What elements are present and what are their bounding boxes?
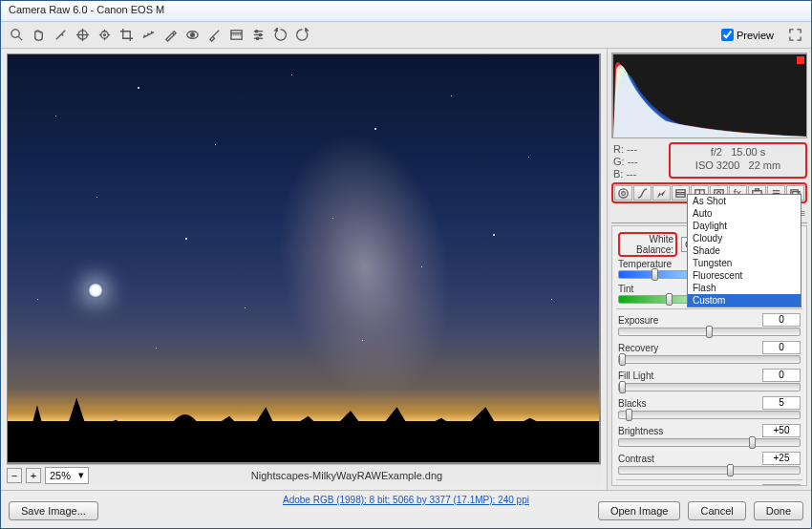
main-area: − + 25% ▾ Nightscapes-MilkyWayRAWExample… bbox=[1, 49, 811, 490]
temperature-thumb[interactable] bbox=[652, 268, 658, 281]
recovery-thumb[interactable] bbox=[619, 353, 626, 366]
straighten-tool-icon[interactable] bbox=[139, 25, 159, 45]
white-balance-option[interactable]: Daylight bbox=[688, 220, 801, 232]
camera-raw-window: Camera Raw 6.0 - Canon EOS M Preview bbox=[0, 0, 812, 529]
fill-slider: Fill Light0 bbox=[618, 369, 801, 391]
brightness-thumb[interactable] bbox=[749, 436, 756, 449]
white-balance-option[interactable]: As Shot bbox=[688, 195, 801, 207]
svg-line-13 bbox=[148, 33, 149, 35]
spot-removal-icon[interactable] bbox=[160, 25, 181, 45]
zoom-bar: − + 25% ▾ Nightscapes-MilkyWayRAWExample… bbox=[7, 464, 601, 485]
svg-point-25 bbox=[256, 37, 258, 39]
exposure-slider: Exposure0 bbox=[618, 313, 801, 336]
brightness-slider: Brightness+50 bbox=[618, 424, 801, 447]
preview-pane: − + 25% ▾ Nightscapes-MilkyWayRAWExample… bbox=[1, 49, 607, 490]
tint-label: Tint bbox=[618, 284, 633, 294]
clarity-slider: Clarity0 bbox=[618, 484, 801, 486]
exposure-thumb[interactable] bbox=[706, 326, 713, 338]
cancel-button[interactable]: Cancel bbox=[688, 501, 745, 520]
tint-thumb[interactable] bbox=[666, 293, 673, 306]
white-balance-options: As ShotAutoDaylightCloudyShadeTungstenFl… bbox=[687, 194, 801, 307]
preview-checkbox[interactable]: Preview bbox=[721, 29, 774, 41]
red-eye-icon[interactable] bbox=[182, 25, 203, 45]
svg-point-27 bbox=[622, 191, 626, 195]
white-balance-option[interactable]: Shade bbox=[688, 244, 801, 257]
white-balance-option[interactable]: Cloudy bbox=[688, 232, 801, 244]
recovery-value[interactable]: 0 bbox=[762, 341, 801, 354]
fill-thumb[interactable] bbox=[619, 381, 626, 393]
svg-point-6 bbox=[104, 34, 106, 36]
zoom-in-button[interactable]: + bbox=[26, 468, 41, 483]
blacks-track[interactable] bbox=[618, 411, 801, 419]
preferences-icon[interactable] bbox=[248, 25, 268, 45]
targeted-adjust-icon[interactable] bbox=[95, 25, 115, 45]
blacks-slider: Blacks5 bbox=[618, 396, 801, 419]
brightness-track[interactable] bbox=[618, 438, 801, 447]
fill-track[interactable] bbox=[618, 383, 801, 391]
recovery-label: Recovery bbox=[618, 343, 658, 353]
rotate-cw-icon[interactable] bbox=[292, 25, 312, 45]
contrast-label: Contrast bbox=[618, 454, 654, 464]
clarity-label: Clarity bbox=[618, 486, 645, 487]
fill-label: Fill Light bbox=[618, 370, 653, 381]
recovery-slider: Recovery0 bbox=[618, 341, 801, 364]
camera-settings-box: f/2 15.00 s ISO 3200 22 mm bbox=[669, 142, 807, 179]
exposure-track[interactable] bbox=[618, 328, 801, 336]
filename-label: Nightscapes-MilkyWayRAWExample.dng bbox=[93, 470, 601, 481]
tab-basic-icon[interactable] bbox=[614, 185, 632, 201]
temperature-label: Temperature bbox=[618, 259, 672, 269]
brightness-value[interactable]: +50 bbox=[762, 424, 801, 437]
open-image-button[interactable]: Open Image bbox=[598, 501, 681, 520]
titlebar: Camera Raw 6.0 - Canon EOS M bbox=[1, 1, 811, 22]
zoom-out-button[interactable]: − bbox=[7, 468, 22, 483]
tab-detail-icon[interactable] bbox=[652, 185, 671, 201]
svg-point-0 bbox=[11, 30, 19, 37]
svg-point-16 bbox=[191, 33, 195, 37]
contrast-value[interactable]: +25 bbox=[762, 452, 801, 465]
hand-tool-icon[interactable] bbox=[29, 25, 49, 45]
save-image-button[interactable]: Save Image... bbox=[9, 501, 98, 520]
svg-line-14 bbox=[151, 32, 152, 33]
white-balance-label: White Balance: bbox=[618, 232, 677, 257]
exposure-value[interactable]: 0 bbox=[762, 313, 801, 327]
color-sampler-icon[interactable] bbox=[73, 25, 93, 45]
white-balance-option[interactable]: Custom bbox=[688, 294, 801, 307]
blacks-thumb[interactable] bbox=[626, 409, 632, 421]
white-balance-option[interactable]: Fluorescent bbox=[688, 269, 801, 282]
svg-point-24 bbox=[259, 33, 261, 35]
blacks-value[interactable]: 5 bbox=[762, 396, 801, 410]
graduated-filter-icon[interactable] bbox=[226, 25, 246, 45]
zoom-tool-icon[interactable] bbox=[7, 25, 27, 45]
image-preview[interactable] bbox=[7, 53, 601, 464]
exif-meta: R: --- G: --- B: --- f/2 15.00 s ISO 320… bbox=[611, 142, 807, 179]
white-balance-tool-icon[interactable] bbox=[51, 25, 71, 45]
side-panel: R: --- G: --- B: --- f/2 15.00 s ISO 320… bbox=[607, 49, 811, 490]
histogram[interactable] bbox=[611, 53, 807, 138]
rgb-readout: R: --- G: --- B: --- bbox=[611, 142, 669, 179]
crop-tool-icon[interactable] bbox=[117, 25, 137, 45]
zoom-select[interactable]: 25% ▾ bbox=[45, 467, 89, 484]
svg-line-1 bbox=[18, 36, 22, 40]
recovery-track[interactable] bbox=[618, 355, 801, 364]
done-button[interactable]: Done bbox=[754, 501, 803, 520]
white-balance-option[interactable]: Auto bbox=[688, 207, 801, 220]
contrast-track[interactable] bbox=[618, 466, 801, 475]
fill-value[interactable]: 0 bbox=[762, 369, 801, 382]
contrast-thumb[interactable] bbox=[727, 464, 734, 476]
svg-line-12 bbox=[144, 35, 145, 37]
window-title: Camera Raw 6.0 - Canon EOS M bbox=[9, 4, 164, 15]
tab-tone-curve-icon[interactable] bbox=[633, 185, 652, 201]
svg-rect-28 bbox=[676, 189, 685, 196]
white-balance-option[interactable]: Flash bbox=[688, 282, 801, 294]
footer: Adobe RGB (1998); 8 bit; 5066 by 3377 (1… bbox=[1, 490, 811, 528]
blacks-label: Blacks bbox=[618, 398, 646, 409]
adjustment-brush-icon[interactable] bbox=[204, 25, 224, 45]
highlight-clip-warning-icon[interactable] bbox=[797, 56, 804, 64]
brightness-label: Brightness bbox=[618, 426, 663, 436]
rotate-ccw-icon[interactable] bbox=[270, 25, 290, 45]
exposure-label: Exposure bbox=[618, 315, 658, 326]
top-toolbar: Preview bbox=[1, 22, 811, 49]
fullscreen-icon[interactable] bbox=[785, 25, 805, 45]
clarity-value[interactable]: 0 bbox=[762, 484, 801, 486]
white-balance-option[interactable]: Tungsten bbox=[688, 257, 801, 269]
